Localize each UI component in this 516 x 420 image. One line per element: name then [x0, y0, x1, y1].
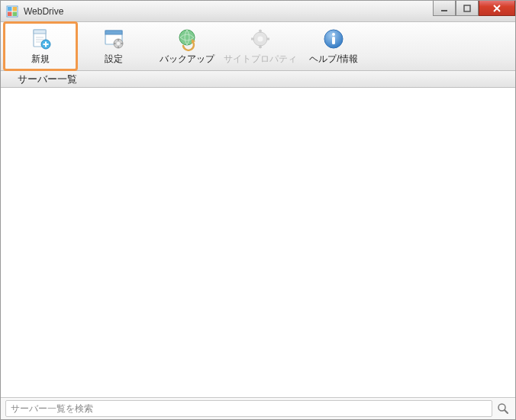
svg-rect-10 [34, 30, 46, 34]
app-window: WebDrive [0, 0, 516, 420]
svg-rect-23 [114, 43, 116, 44]
window-title: WebDrive [24, 6, 63, 17]
app-icon [5, 5, 19, 18]
search-input[interactable] [5, 400, 492, 417]
toolbar-help-button[interactable]: ヘルプ/情報 [297, 22, 370, 70]
server-list-header: サーバー一覧 [1, 71, 515, 88]
toolbar-item-label: ヘルプ/情報 [309, 53, 357, 66]
svg-rect-24 [121, 43, 124, 44]
info-icon [321, 27, 346, 51]
svg-rect-2 [13, 7, 18, 11]
svg-rect-6 [464, 5, 470, 11]
svg-rect-38 [332, 37, 335, 44]
panel-title: サーバー一覧 [18, 73, 77, 86]
globe-sync-icon [175, 27, 199, 51]
svg-rect-5 [441, 10, 447, 11]
maximize-button[interactable] [456, 1, 479, 16]
svg-rect-21 [118, 39, 119, 41]
toolbar-item-label: 設定 [105, 53, 123, 66]
search-bar [1, 398, 515, 419]
close-button[interactable] [479, 1, 515, 16]
svg-point-20 [117, 42, 120, 45]
server-list[interactable] [1, 88, 515, 398]
toolbar-new-button[interactable]: 新規 [4, 22, 77, 70]
svg-line-40 [505, 410, 508, 413]
titlebar: WebDrive [1, 1, 515, 22]
svg-rect-32 [266, 38, 269, 40]
document-add-icon [28, 27, 53, 51]
minimize-button[interactable] [433, 1, 456, 16]
gear-icon [248, 27, 273, 51]
toolbar: 新規 設定 [1, 22, 515, 71]
toolbar-item-label: バックアップ [160, 53, 214, 66]
svg-rect-3 [8, 11, 12, 16]
search-icon[interactable] [495, 401, 511, 416]
toolbar-item-label: 新規 [31, 53, 50, 66]
svg-rect-18 [105, 31, 122, 34]
toolbar-backup-button[interactable]: バックアップ [150, 22, 224, 70]
toolbar-settings-button[interactable]: 設定 [77, 22, 150, 70]
svg-point-28 [258, 37, 263, 42]
svg-rect-4 [13, 11, 18, 16]
svg-rect-22 [118, 47, 119, 49]
svg-point-37 [332, 33, 335, 36]
settings-window-icon [102, 27, 126, 51]
toolbar-item-label: サイトプロパティ [224, 53, 297, 66]
window-controls [433, 1, 515, 16]
toolbar-site-properties-button: サイトプロパティ [224, 22, 297, 70]
svg-rect-31 [251, 38, 254, 40]
svg-rect-1 [8, 7, 12, 11]
